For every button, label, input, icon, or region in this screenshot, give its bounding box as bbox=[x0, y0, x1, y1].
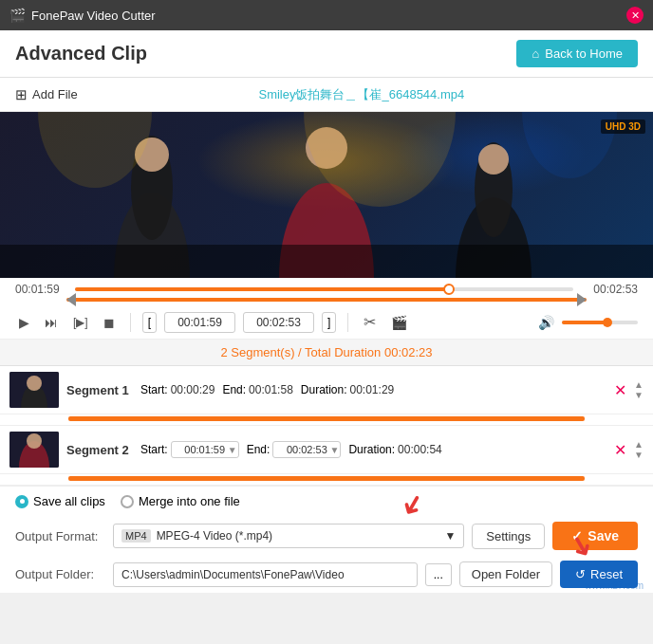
close-icon: ✕ bbox=[631, 9, 640, 22]
mp4-icon: MP4 bbox=[121, 529, 151, 543]
save-options-row: Save all clips Merge into one file bbox=[0, 486, 653, 516]
segment-1-bar bbox=[68, 416, 585, 421]
open-folder-button[interactable]: Open Folder bbox=[459, 561, 552, 587]
seg1-start-label: Start: bbox=[140, 383, 168, 396]
segment-1-duration-val: 00:01:29 bbox=[350, 383, 395, 396]
seg1-dur-label: Duration: bbox=[301, 383, 347, 396]
merge-radio[interactable] bbox=[121, 495, 134, 508]
seg2-start-dropdown[interactable]: ▼ bbox=[228, 445, 237, 455]
concert-scene bbox=[0, 112, 653, 278]
segment-2-duration-val: 00:00:54 bbox=[398, 443, 442, 456]
seg2-thumb-img bbox=[9, 432, 59, 468]
clip-button[interactable]: 🎬 bbox=[387, 313, 411, 332]
controls-separator-2 bbox=[347, 313, 348, 332]
format-value: MP4 MPEG-4 Video (*.mp4) bbox=[121, 529, 272, 543]
reset-icon: ↺ bbox=[575, 567, 586, 581]
volume-slider[interactable] bbox=[562, 321, 638, 324]
close-button[interactable]: ✕ bbox=[626, 7, 644, 24]
toolbar-bar: ⊞ Add File Smiley饭拍舞台＿【崔_6648544.mp4 bbox=[0, 78, 653, 112]
app-title: FonePaw Video Cutter bbox=[31, 9, 156, 23]
end-bracket-button[interactable]: ] bbox=[322, 312, 336, 333]
segments-count: 2 Segment(s) / Total Duration 00:02:23 bbox=[220, 345, 432, 359]
segment-1-up-button[interactable]: ▲ bbox=[634, 380, 644, 390]
format-select-dropdown[interactable]: MP4 MPEG-4 Video (*.mp4) ▼ bbox=[113, 524, 464, 548]
start-bracket-button[interactable]: [ bbox=[142, 312, 157, 333]
svg-rect-8 bbox=[0, 245, 653, 278]
segment-1-delete-button[interactable]: ✕ bbox=[614, 381, 626, 399]
timeline-start-time: 00:01:59 bbox=[15, 283, 67, 296]
timeline-end-time: 00:02:53 bbox=[581, 283, 638, 296]
volume-icon: 🔊 bbox=[538, 315, 554, 330]
segment-1-end-group: End: 00:01:58 bbox=[222, 383, 292, 396]
video-area: UHD 3D bbox=[0, 112, 653, 278]
title-bar-left: 🎬 FonePaw Video Cutter bbox=[9, 8, 156, 23]
save-all-clips-radio[interactable] bbox=[15, 495, 28, 508]
segment-1-arrows: ▲ ▼ bbox=[634, 380, 644, 400]
frame-step-button[interactable]: [▶] bbox=[69, 314, 92, 331]
range-track[interactable] bbox=[66, 298, 587, 302]
segment-1-label: Segment 1 bbox=[66, 383, 133, 397]
timeline-fill bbox=[75, 287, 449, 291]
segment-2-arrows: ▲ ▼ bbox=[634, 440, 644, 460]
output-folder-input[interactable] bbox=[113, 562, 418, 587]
segment-1-duration-group: Duration: 00:01:29 bbox=[301, 383, 394, 396]
output-folder-label: Output Folder: bbox=[15, 567, 105, 581]
merge-option[interactable]: Merge into one file bbox=[121, 494, 240, 508]
range-handle-left[interactable] bbox=[66, 293, 76, 306]
save-all-clips-label: Save all clips bbox=[33, 494, 105, 508]
segment-2-duration-group: Duration: 00:00:54 bbox=[348, 443, 441, 456]
play-button[interactable]: ▶ bbox=[15, 313, 33, 332]
scissors-button[interactable]: ✂ bbox=[360, 311, 380, 333]
settings-button[interactable]: Settings bbox=[472, 524, 545, 549]
seg2-start-label: Start: bbox=[140, 443, 168, 456]
segment-2-bar bbox=[68, 476, 585, 481]
range-handle-right[interactable] bbox=[577, 293, 587, 306]
segment-1-end-val: 00:01:58 bbox=[249, 383, 293, 396]
segment-1-thumbnail bbox=[9, 372, 59, 408]
home-icon: ⌂ bbox=[532, 46, 539, 61]
segment-1-down-button[interactable]: ▼ bbox=[634, 391, 644, 400]
svg-point-7 bbox=[478, 144, 509, 175]
seg2-end-input-wrapper: ▼ bbox=[272, 441, 341, 458]
segment-2-thumbnail bbox=[9, 432, 59, 468]
seg2-end-label: End: bbox=[247, 443, 271, 456]
segment-2-delete-button[interactable]: ✕ bbox=[614, 441, 626, 459]
seg2-start-input-wrapper: ▼ bbox=[171, 441, 239, 458]
volume-thumb[interactable] bbox=[603, 318, 612, 327]
range-markers-row bbox=[0, 296, 653, 305]
segments-header: 2 Segment(s) / Total Duration 00:02:23 bbox=[0, 340, 653, 366]
volume-fill bbox=[562, 321, 607, 324]
segment-2-end-group: End: ▼ bbox=[247, 441, 342, 458]
segment-2-up-button[interactable]: ▲ bbox=[634, 440, 644, 450]
folder-browse-button[interactable]: ... bbox=[425, 563, 452, 586]
seg2-end-dropdown[interactable]: ▼ bbox=[329, 445, 339, 455]
svg-point-17 bbox=[27, 433, 42, 449]
segment-1-start-group: Start: 00:00:29 bbox=[140, 383, 215, 396]
segment-1-bar-row bbox=[0, 414, 653, 425]
start-time-input[interactable] bbox=[164, 312, 235, 333]
output-format-label: Output Format: bbox=[15, 529, 105, 543]
segment-2-start-group: Start: ▼ bbox=[140, 441, 239, 458]
timeline-track[interactable] bbox=[75, 287, 573, 291]
add-file-icon: ⊞ bbox=[15, 86, 28, 103]
segment-2-bar-row bbox=[0, 474, 653, 485]
segment-2-down-button[interactable]: ▼ bbox=[634, 451, 644, 460]
back-to-home-button[interactable]: ⌂ Back to Home bbox=[516, 40, 638, 67]
add-file-button[interactable]: ⊞ Add File bbox=[15, 86, 78, 103]
step-forward-button[interactable]: ⏭ bbox=[41, 313, 62, 332]
page-title: Advanced Clip bbox=[15, 43, 147, 64]
timeline-thumb[interactable] bbox=[443, 284, 455, 295]
end-time-input[interactable] bbox=[243, 312, 314, 333]
segment-2-label: Segment 2 bbox=[66, 443, 133, 457]
back-home-label: Back to Home bbox=[545, 46, 623, 61]
app-icon: 🎬 bbox=[9, 8, 26, 23]
watermark: www.x27.com bbox=[585, 580, 644, 591]
output-folder-row: Output Folder: ... Open Folder ➜ ↺ Reset bbox=[0, 556, 653, 593]
stop-button[interactable]: ◼ bbox=[100, 313, 119, 332]
segment-2-row: Segment 2 Start: ▼ End: ▼ Duration: 00:0… bbox=[0, 426, 653, 474]
format-text: MPEG-4 Video (*.mp4) bbox=[157, 529, 273, 543]
controls-separator bbox=[130, 313, 131, 332]
output-format-row: Output Format: MP4 MPEG-4 Video (*.mp4) … bbox=[0, 516, 653, 556]
seg1-thumb-img bbox=[9, 372, 59, 408]
save-all-clips-option[interactable]: Save all clips bbox=[15, 494, 105, 508]
